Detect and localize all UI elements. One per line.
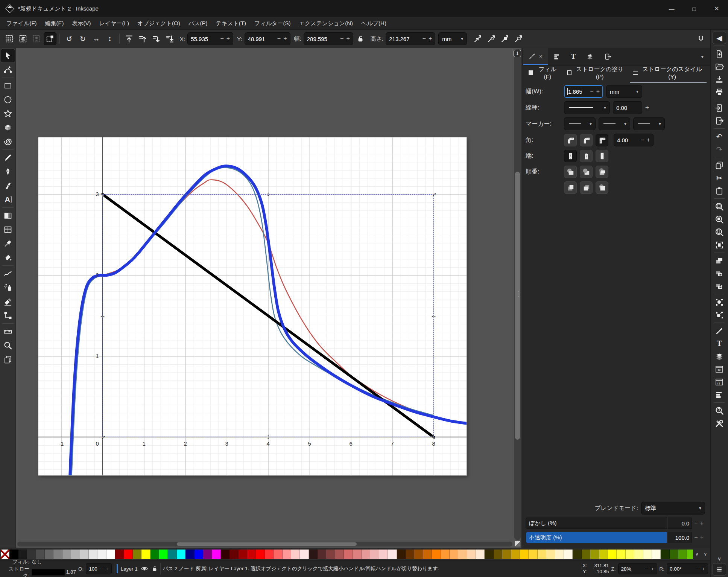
color-swatch[interactable] — [379, 550, 388, 559]
rotation-field[interactable]: 0.00° −+ — [667, 563, 708, 574]
color-swatch[interactable] — [256, 550, 264, 559]
zoom-fit[interactable] — [713, 239, 726, 251]
color-swatch[interactable] — [678, 550, 687, 559]
blur-slider[interactable]: ぼかし (%) — [526, 518, 667, 529]
tool-dropper[interactable] — [1, 237, 15, 250]
rotate-cw-icon[interactable]: ↻ — [76, 32, 89, 45]
color-swatch[interactable] — [71, 550, 80, 559]
y-field[interactable]: 48.991 −+ — [245, 32, 290, 45]
color-swatch[interactable] — [335, 550, 344, 559]
tool-pages[interactable] — [1, 353, 15, 366]
color-swatch[interactable] — [168, 550, 176, 559]
join-bevel-button[interactable] — [564, 134, 577, 146]
xml-editor[interactable]: <> — [713, 363, 726, 375]
color-swatch[interactable] — [291, 550, 300, 559]
tab-align-distribute[interactable] — [548, 48, 566, 65]
tool-eraser[interactable] — [1, 295, 15, 308]
tool-box-3d[interactable] — [1, 121, 15, 134]
cap-square-button[interactable] — [596, 150, 608, 162]
color-swatch[interactable] — [467, 550, 476, 559]
tool-spiral[interactable] — [1, 135, 15, 148]
opacity-slider[interactable]: 不透明度 (%) — [526, 532, 667, 543]
y-spinner[interactable]: −+ — [274, 35, 287, 42]
color-swatch[interactable] — [27, 550, 36, 559]
unit-dropdown[interactable]: mm ▾ — [438, 32, 467, 45]
scale-corners-toggle[interactable] — [485, 32, 498, 45]
color-swatch[interactable] — [106, 550, 115, 559]
canvas[interactable]: -1012345678123 ↔↕↔↔↔↔↕↔ 1 ⋮ — [16, 48, 521, 548]
cap-round-button[interactable] — [580, 150, 593, 162]
layer-indicator[interactable]: Layer 1 — [117, 564, 158, 573]
color-swatch[interactable] — [634, 550, 643, 559]
zoom-field[interactable]: 28% −+ — [618, 563, 657, 574]
color-swatch[interactable] — [670, 550, 678, 559]
color-swatch[interactable] — [115, 550, 124, 559]
order-stroke-markers-fill-button[interactable] — [596, 181, 608, 194]
color-swatch[interactable] — [573, 550, 581, 559]
tool-bezier-pen[interactable] — [1, 165, 15, 178]
vertical-scrollbar-thumb[interactable] — [515, 172, 520, 440]
order-stroke-fill-markers-button[interactable] — [580, 166, 593, 178]
color-swatch[interactable] — [529, 550, 537, 559]
x-field[interactable]: 55.935 −+ — [187, 32, 233, 45]
zoom-page[interactable] — [713, 226, 726, 238]
color-swatch[interactable] — [494, 550, 502, 559]
menu-o[interactable]: オブジェクト(O) — [133, 17, 184, 29]
color-swatch[interactable] — [538, 550, 546, 559]
blur-spinner[interactable]: −+ — [693, 520, 705, 527]
height-field[interactable]: 213.267 −+ — [386, 32, 435, 45]
color-swatch[interactable] — [89, 550, 97, 559]
marker-start-dropdown[interactable]: ▾ — [564, 117, 596, 130]
blend-mode-dropdown[interactable]: 標準 ▾ — [641, 502, 705, 515]
marker-end-dropdown[interactable]: ▾ — [633, 117, 665, 130]
color-swatch[interactable] — [177, 550, 185, 559]
tool-paint-bucket[interactable] — [1, 251, 15, 264]
maximize-button[interactable]: □ — [683, 0, 705, 17]
color-swatch[interactable] — [520, 550, 529, 559]
horizontal-scrollbar-thumb[interactable] — [177, 542, 357, 546]
lower-to-bottom[interactable] — [163, 32, 176, 45]
tool-node-editor[interactable] — [1, 63, 15, 76]
lower[interactable] — [150, 32, 163, 45]
tab-text-font[interactable]: T — [566, 48, 581, 65]
save[interactable] — [713, 73, 726, 85]
document-page[interactable]: -1012345678123 ↔↕↔↔↔↔↕↔ — [38, 137, 467, 475]
color-swatch[interactable] — [212, 550, 220, 559]
color-swatch[interactable] — [652, 550, 661, 559]
commandbar-overflow-chevron-icon[interactable]: ∨ — [713, 555, 726, 562]
dock-resize-grip[interactable]: ⋮ — [515, 292, 521, 296]
color-swatch[interactable] — [229, 550, 238, 559]
raise[interactable] — [136, 32, 149, 45]
menu-f[interactable]: ファイル(F) — [2, 17, 41, 29]
undo-icon-icon[interactable]: ↶ — [713, 130, 726, 143]
close-button[interactable]: ✕ — [705, 0, 728, 17]
tool-star[interactable] — [1, 107, 15, 120]
select-all[interactable] — [3, 32, 16, 45]
tool-connector[interactable] — [1, 309, 15, 322]
tool-selector[interactable] — [1, 49, 15, 62]
color-swatch[interactable] — [62, 550, 71, 559]
cut-icon-icon[interactable]: ✂ — [713, 172, 726, 184]
color-swatch[interactable] — [406, 550, 414, 559]
deselect[interactable] — [30, 32, 43, 45]
color-swatch[interactable] — [124, 550, 132, 559]
print[interactable] — [713, 86, 726, 98]
tool-measure[interactable] — [1, 325, 15, 338]
horizontal-scrollbar[interactable] — [17, 542, 512, 547]
color-swatch[interactable] — [97, 550, 106, 559]
color-swatch[interactable] — [397, 550, 406, 559]
zoom-selection[interactable] — [713, 200, 726, 213]
color-swatch[interactable] — [511, 550, 520, 559]
redo-icon-icon[interactable]: ↷ — [713, 143, 726, 155]
join-round-button[interactable] — [580, 134, 593, 146]
menu-t[interactable]: テキスト(T) — [211, 17, 250, 29]
find[interactable] — [713, 404, 726, 417]
color-swatch[interactable] — [9, 550, 18, 559]
color-swatch[interactable] — [458, 550, 467, 559]
tool-spray[interactable] — [1, 281, 15, 294]
scale-handle-s[interactable]: ↕ — [264, 433, 272, 441]
x-spinner[interactable]: −+ — [217, 35, 230, 42]
tool-ellipse[interactable] — [1, 93, 15, 107]
order-fill-markers-stroke-button[interactable] — [564, 181, 577, 194]
duplicate[interactable] — [713, 254, 726, 267]
